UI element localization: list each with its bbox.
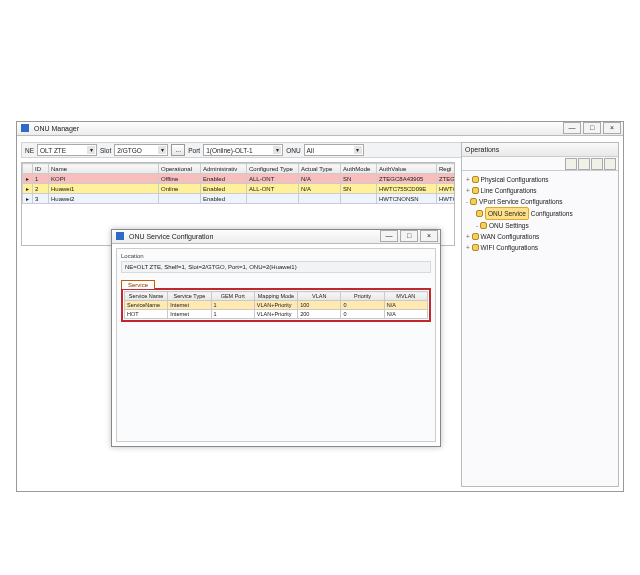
- table-cell: ▸: [23, 184, 33, 194]
- expand-icon: +: [466, 244, 470, 251]
- table-cell: 100: [298, 301, 341, 310]
- folder-icon: [472, 176, 479, 183]
- table-row[interactable]: ServiceNameInternet1VLAN+Priority1000N/A: [125, 301, 428, 310]
- table-cell: ▸: [23, 174, 33, 184]
- table-cell: ServiceName: [125, 301, 168, 310]
- chevron-down-icon: ▾: [354, 146, 362, 154]
- table-cell: 3: [33, 194, 49, 204]
- chevron-down-icon: ▾: [87, 146, 95, 154]
- tree-node[interactable]: - VPort Service Configurations: [466, 196, 614, 207]
- tree-label: WIFI Configurations: [481, 244, 538, 251]
- table-row[interactable]: ▸3Huawei2EnabledHWTCNONSNHWTC: [23, 194, 456, 204]
- table-cell: SN: [341, 184, 377, 194]
- location-label: Location: [121, 253, 431, 259]
- table-cell: 0: [341, 310, 384, 319]
- table-cell: N/A: [299, 174, 341, 184]
- service-header[interactable]: MVLAN: [384, 292, 427, 301]
- table-cell: SN: [341, 174, 377, 184]
- app-title: ONU Manager: [34, 125, 79, 132]
- tree-node[interactable]: + Line Configurations: [466, 185, 614, 196]
- expand-icon: +: [466, 233, 470, 240]
- folder-icon: [480, 222, 487, 229]
- app-icon: [21, 124, 29, 132]
- folder-icon: [470, 198, 477, 205]
- service-header[interactable]: VLAN: [298, 292, 341, 301]
- table-cell: HWTC: [437, 194, 456, 204]
- dialog-maximize-button[interactable]: □: [400, 230, 418, 242]
- table-row[interactable]: ▸2Huawei1OnlineEnabledALL-ONTN/ASNHWTC75…: [23, 184, 456, 194]
- service-header[interactable]: Mapping Mode: [254, 292, 297, 301]
- tree-label: Line Configurations: [481, 187, 537, 194]
- tree-node[interactable]: ONU Service Configurations: [466, 207, 614, 220]
- operations-panel: Operations + Physical Configurations+ Li…: [461, 142, 619, 487]
- table-cell: VLAN+Priority: [254, 310, 297, 319]
- grid-header[interactable]: Administrativ: [201, 164, 247, 174]
- dialog-minimize-button[interactable]: —: [380, 230, 398, 242]
- table-cell: N/A: [384, 301, 427, 310]
- onu-service-config-dialog: ONU Service Configuration — □ × Location…: [111, 229, 441, 447]
- close-button[interactable]: ×: [603, 122, 621, 134]
- slot-ext-button[interactable]: ...: [171, 144, 185, 156]
- grid-header[interactable]: AuthValue: [377, 164, 437, 174]
- table-cell: ALL-ONT: [247, 184, 299, 194]
- dialog-title: ONU Service Configuration: [129, 233, 213, 240]
- grid-header[interactable]: Actual Type: [299, 164, 341, 174]
- table-cell: Huawei2: [49, 194, 159, 204]
- ops-tool-1[interactable]: [565, 158, 577, 170]
- grid-header[interactable]: Operational: [159, 164, 201, 174]
- table-cell: Internet: [168, 301, 211, 310]
- service-header[interactable]: GEM Port: [211, 292, 254, 301]
- grid-header[interactable]: Name: [49, 164, 159, 174]
- table-cell: [247, 194, 299, 204]
- dialog-close-button[interactable]: ×: [420, 230, 438, 242]
- operations-tree: + Physical Configurations+ Line Configur…: [462, 171, 618, 256]
- dialog-titlebar[interactable]: ONU Service Configuration — □ ×: [112, 230, 440, 244]
- expand-icon: +: [466, 187, 470, 194]
- table-cell: Huawei1: [49, 184, 159, 194]
- dialog-body: Location NE=OLT ZTE, Shelf=1, Slot=2/GTG…: [116, 248, 436, 442]
- tree-label: ONU Service: [485, 207, 529, 220]
- chevron-down-icon: ▾: [273, 146, 281, 154]
- grid-header[interactable]: AuthMode: [341, 164, 377, 174]
- table-cell: HWTC755: [437, 184, 456, 194]
- grid-header[interactable]: Configured Type: [247, 164, 299, 174]
- ops-tool-4[interactable]: [604, 158, 616, 170]
- service-header[interactable]: Priority: [341, 292, 384, 301]
- table-row[interactable]: ▸1KOPIOfflineEnabledALL-ONTN/ASNZTEGC8A4…: [23, 174, 456, 184]
- grid-header[interactable]: ID: [33, 164, 49, 174]
- minimize-button[interactable]: —: [563, 122, 581, 134]
- table-cell: HWTC755CD09E: [377, 184, 437, 194]
- service-table[interactable]: Service NameService TypeGEM PortMapping …: [124, 291, 428, 319]
- operations-toolbar: [462, 157, 618, 171]
- ne-label: NE: [25, 147, 34, 154]
- table-cell: Online: [159, 184, 201, 194]
- grid-header[interactable]: [23, 164, 33, 174]
- table-cell: 2: [33, 184, 49, 194]
- tree-node[interactable]: + Physical Configurations: [466, 174, 614, 185]
- ops-tool-3[interactable]: [591, 158, 603, 170]
- folder-icon: [476, 210, 483, 217]
- slot-combo[interactable]: 2/GTGO ▾: [114, 144, 168, 156]
- ops-tool-2[interactable]: [578, 158, 590, 170]
- folder-icon: [472, 233, 479, 240]
- table-cell: HWTCNONSN: [377, 194, 437, 204]
- tree-node[interactable]: + WIFI Configurations: [466, 242, 614, 253]
- onu-combo[interactable]: All ▾: [304, 144, 364, 156]
- table-row[interactable]: HOTInternet1VLAN+Priority2000N/A: [125, 310, 428, 319]
- table-cell: ALL-ONT: [247, 174, 299, 184]
- location-value: NE=OLT ZTE, Shelf=1, Slot=2/GTGO, Port=1…: [121, 261, 431, 273]
- service-header[interactable]: Service Name: [125, 292, 168, 301]
- main-window: ONU Manager — □ × NE OLT ZTE ▾ Slot 2/GT…: [16, 121, 624, 492]
- port-combo[interactable]: 1(Online)-OLT-1 ▾: [203, 144, 283, 156]
- tree-node[interactable]: + WAN Configurations: [466, 231, 614, 242]
- main-titlebar: ONU Manager — □ ×: [17, 122, 623, 136]
- maximize-button[interactable]: □: [583, 122, 601, 134]
- service-header[interactable]: Service Type: [168, 292, 211, 301]
- service-tab[interactable]: Service: [121, 280, 155, 289]
- folder-icon: [472, 187, 479, 194]
- table-cell: N/A: [384, 310, 427, 319]
- tree-node[interactable]: - ONU Settings: [466, 220, 614, 231]
- grid-header[interactable]: Regi: [437, 164, 456, 174]
- ne-combo[interactable]: OLT ZTE ▾: [37, 144, 97, 156]
- tree-label: Physical Configurations: [481, 176, 549, 183]
